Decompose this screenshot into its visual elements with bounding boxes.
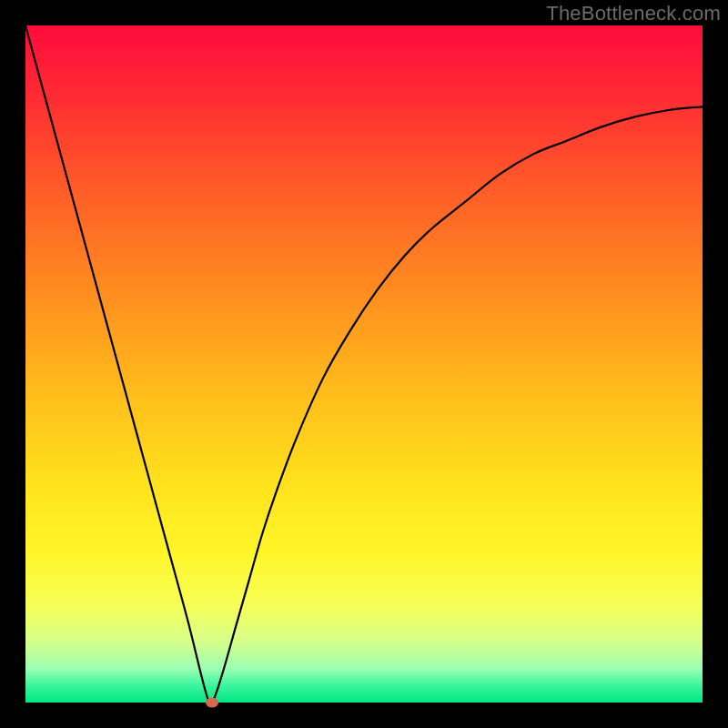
chart-frame: TheBottleneck.com [0,0,728,728]
watermark-text: TheBottleneck.com [546,2,721,25]
chart-svg [25,25,703,703]
chart-plot-area [25,25,703,703]
optimal-point-marker [206,698,218,708]
